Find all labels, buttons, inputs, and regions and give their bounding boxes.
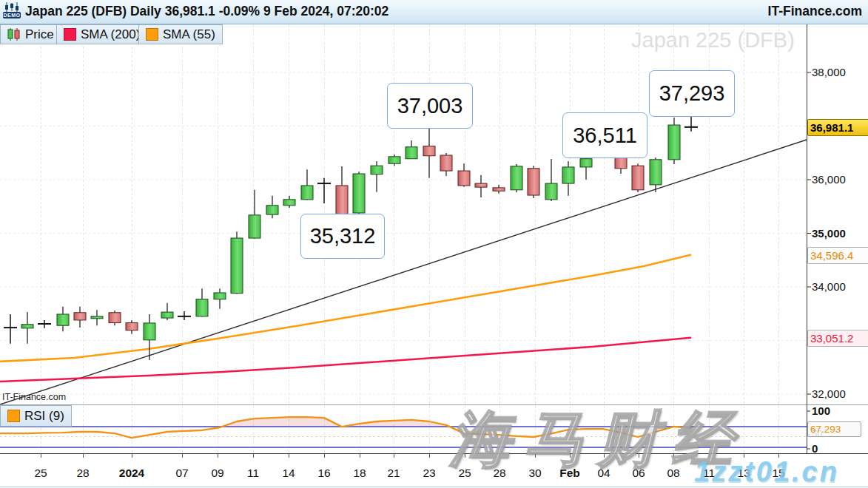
rsi-swatch-icon — [7, 410, 20, 422]
time-axis-label: 16 — [317, 467, 330, 480]
brand-link[interactable]: IT-Finance.com — [768, 4, 862, 19]
time-axis-label: 28 — [76, 467, 89, 480]
legend-chip-price[interactable]: Price — [0, 24, 61, 44]
current-price-badge: 36,981.1 — [807, 119, 868, 136]
app-logo-icon: DEMO — [3, 2, 22, 21]
sma55-swatch-icon — [146, 28, 158, 41]
time-axis-label: 21 — [387, 467, 400, 480]
time-axis-label: 15 — [772, 467, 784, 480]
time-axis-label: 11 — [703, 467, 715, 480]
time-axis-label: 23 — [423, 467, 435, 480]
price-candles-icon — [7, 28, 21, 41]
sma55-value-badge: 34,596.4 — [807, 247, 868, 264]
title-bar: DEMO Japan 225 (DFB) Daily 36,981.1 -0.0… — [0, 0, 868, 24]
legend-rsi-label: RSI (9) — [24, 409, 64, 424]
time-axis-label: 2024 — [119, 467, 144, 480]
time-axis-label: 11 — [247, 467, 259, 480]
price-axis[interactable]: 38,00036,981.136,00035,00034,596.434,000… — [807, 24, 868, 454]
sma200-swatch-icon — [64, 28, 76, 41]
time-axis-label: 13 — [737, 467, 750, 480]
price-callout[interactable]: 37,003 — [387, 83, 473, 129]
time-axis-label: Feb — [559, 467, 580, 480]
price-axis-label: 34,000 — [812, 280, 846, 293]
legend-chip-sma55[interactable]: SMA (55) — [138, 24, 223, 44]
legend-chip-sma200[interactable]: SMA (200) — [56, 24, 147, 44]
price-axis-label: 36,000 — [812, 173, 846, 186]
time-axis-label: 08 — [667, 467, 679, 480]
price-callout[interactable]: 37,293 — [649, 70, 735, 117]
time-axis-label: 28 — [493, 467, 505, 480]
price-callout[interactable]: 36,511 — [562, 112, 647, 158]
time-axis-label: 04 — [597, 467, 610, 480]
time-axis-label: 30 — [528, 467, 541, 480]
legend-chip-rsi[interactable]: RSI (9) — [0, 405, 72, 427]
chart-window: Japan 225 (DFB) DEMO Japan 225 (DFB) Dai… — [0, 0, 868, 488]
rsi-axis-label: 0 — [812, 442, 818, 455]
price-callout[interactable]: 35,312 — [300, 214, 385, 259]
time-axis-label: 18 — [353, 467, 366, 480]
price-axis-label: 32,000 — [812, 387, 846, 400]
time-axis-label: 06 — [632, 467, 645, 480]
time-axis-label: 25 — [34, 467, 47, 480]
time-axis-label: 14 — [282, 467, 295, 480]
site-watermark: IT-Finance.com — [2, 392, 66, 402]
time-axis-label: 25 — [458, 467, 471, 480]
time-axis-label: 09 — [211, 467, 223, 480]
page-title: Japan 225 (DFB) Daily 36,981.1 -0.09% 9 … — [25, 4, 388, 19]
legend-price-label: Price — [25, 27, 54, 42]
price-axis-label: 35,000 — [812, 227, 846, 240]
demo-badge: DEMO — [3, 12, 21, 18]
sma200-value-badge: 33,051.2 — [807, 330, 868, 347]
time-axis[interactable]: 252820240709111416182123252830Feb0406081… — [0, 454, 868, 488]
rsi-value-badge: 67.293 — [807, 421, 861, 437]
legend-sma200-label: SMA (200) — [81, 27, 140, 42]
rsi-axis-label: 100 — [812, 404, 830, 417]
time-axis-label: 07 — [175, 467, 188, 480]
legend-sma55-label: SMA (55) — [163, 27, 215, 42]
chart-plot[interactable] — [0, 0, 868, 488]
price-axis-label: 38,000 — [812, 66, 846, 78]
candlestick-logo-icon — [4, 2, 19, 12]
